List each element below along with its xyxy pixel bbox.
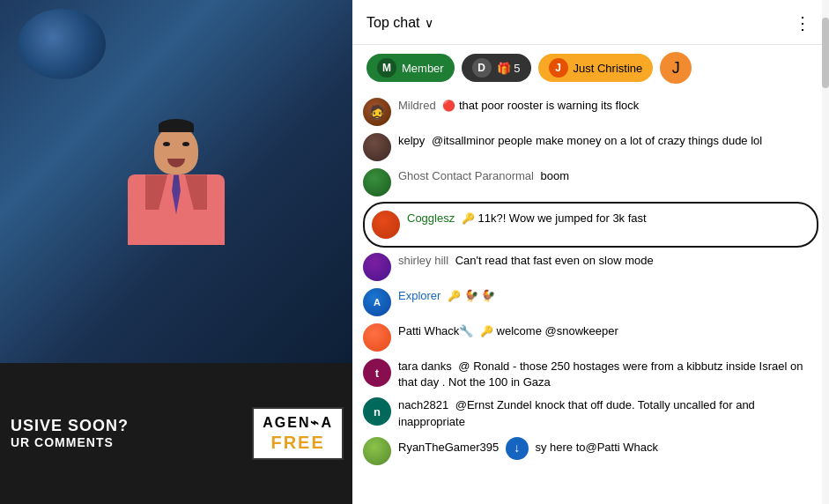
- chat-title-area[interactable]: Top chat ∨: [366, 15, 433, 31]
- avatar: 🧔: [363, 98, 391, 126]
- j-chip-icon: J: [672, 59, 680, 78]
- avatar: [372, 211, 400, 239]
- message-content: shirley hill Can't read that fast even o…: [398, 253, 818, 269]
- member-badge: 🔑: [462, 212, 475, 225]
- avatar: [363, 323, 391, 352]
- free-word: FREE: [263, 432, 333, 453]
- author-name: Mildred: [398, 99, 436, 112]
- message-text: boom: [541, 169, 570, 182]
- author-name: RyanTheGamer395: [398, 441, 499, 454]
- chat-panel: Top chat ∨ ⋮ M Member D 🎁 5 J Just Chris…: [352, 0, 829, 504]
- message-content: Mildred 🔴 that poor rooster is warning i…: [398, 98, 818, 114]
- avatar: [363, 253, 391, 281]
- avatar: [363, 168, 391, 196]
- avatar: n: [363, 397, 391, 426]
- highlighted-message: Cogglesz 🔑 11k?! Wow we jumped for 3k fa…: [363, 202, 818, 248]
- avatar: [363, 133, 391, 161]
- d-chip[interactable]: D 🎁 5: [462, 54, 531, 82]
- message-row: kelpy @itsallminor people make money on …: [352, 130, 829, 165]
- d-chip-avatar: D: [472, 58, 492, 78]
- author-name: Patti Whack🔧: [398, 324, 473, 337]
- message-text: welcome @snowkeeper: [497, 324, 618, 337]
- chat-title: Top chat: [366, 15, 419, 31]
- just-christine-chip[interactable]: J Just Christine: [538, 54, 654, 82]
- message-content: kelpy @itsallminor people make money on …: [398, 133, 818, 149]
- message-content: tara danks @ Ronald - those 250 hostages…: [398, 359, 818, 390]
- download-arrow-icon[interactable]: ↓: [506, 437, 529, 460]
- message-text: that poor rooster is warning its flock: [459, 99, 639, 112]
- author-name: nach2821: [398, 398, 448, 411]
- presenter: [128, 126, 225, 236]
- message-text: @itsallminor people make money on a lot …: [432, 134, 762, 147]
- just-christine-label: Just Christine: [574, 62, 643, 75]
- author-name: Explorer: [398, 289, 440, 302]
- message-row: Ghost Contact Paranormal boom: [352, 165, 829, 200]
- comments-text: UR COMMENTS: [11, 435, 241, 449]
- author-name: Ghost Contact Paranormal: [398, 169, 534, 182]
- message-row: Patti Whack🔧 🔑 welcome @snowkeeper: [352, 320, 829, 355]
- chat-messages: 🧔 Mildred 🔴 that poor rooster is warning…: [352, 91, 829, 504]
- member-badge: 🔑: [480, 325, 493, 337]
- message-row: shirley hill Can't read that fast even o…: [352, 249, 829, 285]
- member-chip-label: Member: [402, 62, 444, 75]
- member-chip-avatar: M: [377, 58, 396, 78]
- message-row: Cogglesz 🔑 11k?! Wow we jumped for 3k fa…: [372, 207, 810, 242]
- presenter-head: [154, 126, 198, 174]
- message-text: sy here to@Patti Whack: [535, 441, 658, 454]
- avatar: A: [363, 288, 391, 316]
- author-name: tara danks: [398, 359, 452, 373]
- j-chip[interactable]: J: [660, 52, 692, 84]
- member-chip[interactable]: M Member: [366, 54, 455, 82]
- message-content: Cogglesz 🔑 11k?! Wow we jumped for 3k fa…: [407, 211, 810, 226]
- message-row: n nach2821 @Ernst Zundel knock that off …: [352, 394, 829, 433]
- message-text: @ Ronald - those 250 hostages were from …: [398, 359, 803, 389]
- bottom-text: USIVE SOON? UR COMMENTS: [0, 410, 252, 456]
- message-content: Ghost Contact Paranormal boom: [398, 168, 818, 184]
- message-content: Explorer 🔑 🐓 🐓: [398, 288, 818, 304]
- message-row: t tara danks @ Ronald - those 250 hostag…: [352, 355, 829, 394]
- message-content: Patti Whack🔧 🔑 welcome @snowkeeper: [398, 323, 818, 339]
- just-christine-avatar: J: [549, 58, 568, 78]
- video-bottom-overlay: USIVE SOON? UR COMMENTS AGEN⌁A FREE: [0, 363, 352, 504]
- message-content: RyanTheGamer395 ↓ sy here to@Patti Whack: [398, 437, 818, 460]
- exclusive-text: USIVE SOON?: [11, 417, 241, 435]
- d-chip-label: 🎁 5: [497, 62, 521, 75]
- video-panel: USIVE SOON? UR COMMENTS AGEN⌁A FREE: [0, 0, 352, 504]
- chevron-down-icon: ∨: [425, 16, 433, 30]
- message-text: @Ernst Zundel knock that off dude. Total…: [398, 398, 755, 427]
- member-badge: 🔑: [448, 290, 461, 302]
- message-content: nach2821 @Ernst Zundel knock that off du…: [398, 397, 818, 429]
- scrollbar[interactable]: [822, 0, 829, 504]
- message-text: Can't read that fast even on slow mode: [455, 254, 654, 267]
- avatar: t: [363, 359, 391, 387]
- more-options-button[interactable]: ⋮: [790, 9, 815, 37]
- video-content: USIVE SOON? UR COMMENTS AGEN⌁A FREE: [0, 0, 352, 504]
- author-name: shirley hill: [398, 254, 448, 267]
- agenda-free-badge: AGEN⌁A FREE: [252, 407, 344, 459]
- message-text: 🐓 🐓: [464, 289, 496, 302]
- member-chips-row: M Member D 🎁 5 J Just Christine J: [352, 45, 829, 91]
- scrollbar-thumb[interactable]: [822, 18, 829, 88]
- video-frame: [0, 0, 352, 363]
- globe-background: [18, 9, 106, 79]
- chat-header: Top chat ∨ ⋮: [352, 0, 829, 45]
- message-row: A Explorer 🔑 🐓 🐓: [352, 285, 829, 320]
- message-row: 🧔 Mildred 🔴 that poor rooster is warning…: [352, 94, 829, 130]
- message-text: 11k?! Wow we jumped for 3k fast: [477, 211, 646, 225]
- author-name: Cogglesz: [407, 211, 455, 225]
- message-row: RyanTheGamer395 ↓ sy here to@Patti Whack: [352, 434, 829, 469]
- author-name: kelpy: [398, 134, 425, 147]
- avatar: [363, 437, 391, 465]
- agenda-word: AGEN⌁A: [263, 414, 333, 431]
